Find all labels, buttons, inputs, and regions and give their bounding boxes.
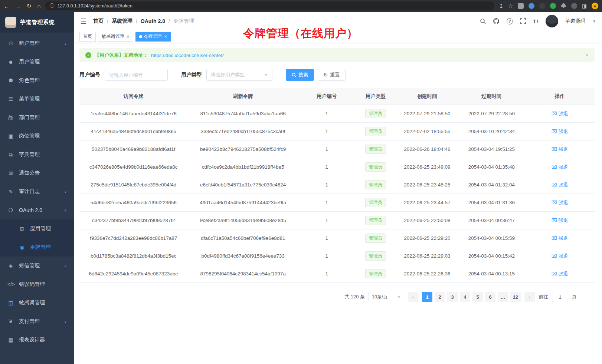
reset-button[interactable]: ↻ 重置 bbox=[318, 69, 346, 81]
force-logout-button[interactable]: ⌧强退 bbox=[552, 217, 568, 224]
force-logout-button[interactable]: ⌧强退 bbox=[552, 128, 568, 135]
tab-close-icon[interactable]: × bbox=[127, 34, 130, 39]
breadcrumb-item[interactable]: 首页 bbox=[93, 18, 104, 24]
page-size-select[interactable]: 10条/页 ▼ bbox=[369, 292, 404, 302]
page-button-3[interactable]: 3 bbox=[447, 292, 458, 302]
sidebar-item-label: 部门管理 bbox=[19, 114, 40, 121]
page-button-1[interactable]: 1 bbox=[422, 292, 432, 302]
browser-forward-button[interactable]: → bbox=[15, 3, 21, 9]
breadcrumb-item[interactable]: OAuth 2.0 bbox=[141, 18, 165, 24]
expire-time-cell: 2054-03-04 01:31:36 bbox=[458, 194, 525, 212]
help-icon[interactable]: ? bbox=[507, 18, 513, 24]
sidebar-item-role[interactable]: ⚉角色管理 bbox=[0, 71, 74, 90]
page-button-2[interactable]: 2 bbox=[435, 292, 445, 302]
sidebar-item-tenant[interactable]: ⚇租户管理∨ bbox=[0, 34, 74, 53]
pager-ellipsis[interactable]: … bbox=[498, 292, 508, 302]
user-type-badge: 管理员 bbox=[365, 251, 386, 261]
github-icon[interactable] bbox=[493, 18, 500, 24]
tab-sensitive-words[interactable]: 敏感词管理× bbox=[98, 32, 133, 42]
tab-home[interactable]: 首页 bbox=[79, 32, 96, 42]
sidebar-item-menu[interactable]: ☰菜单管理 bbox=[0, 90, 74, 108]
prev-page-button[interactable]: ‹ bbox=[408, 292, 418, 302]
sidebar-item-audit-log[interactable]: ✎审计日志∨ bbox=[0, 182, 74, 201]
chevron-down-icon[interactable]: ▼ bbox=[592, 19, 596, 23]
force-logout-button[interactable]: ⌧强退 bbox=[552, 271, 568, 277]
user-avatar[interactable] bbox=[546, 15, 558, 27]
refresh-token-cell: cdfc4ce9c2da4bb1bdf21b9918ff4be5 bbox=[187, 158, 298, 176]
goto-page-input[interactable] bbox=[552, 292, 568, 302]
browser-refresh-button[interactable]: ↻ bbox=[27, 3, 32, 9]
user-id-cell: 1 bbox=[298, 265, 355, 283]
user-type-badge: 管理员 bbox=[365, 198, 386, 207]
sidebar-item-error-code[interactable]: </>错误码管理 bbox=[0, 275, 74, 294]
force-logout-button[interactable]: ⌧强退 bbox=[552, 235, 568, 242]
user-name[interactable]: 芋道源码 bbox=[565, 18, 585, 24]
extension-icon-2[interactable] bbox=[529, 3, 534, 9]
hamburger-menu-icon[interactable]: ☰ bbox=[80, 17, 86, 26]
sidebar-item-report-designer[interactable]: ▦报表设计器 bbox=[0, 331, 74, 349]
extension-icon-5[interactable] bbox=[571, 3, 577, 9]
page-button-5[interactable]: 5 bbox=[472, 292, 483, 302]
sidebar-item-dict[interactable]: ⧉字典管理 bbox=[0, 145, 74, 164]
alert-close-icon[interactable]: × bbox=[585, 52, 589, 59]
delete-icon: ⌧ bbox=[552, 271, 557, 277]
page-size-value: 10条/页 bbox=[372, 294, 387, 300]
browser-address-bar[interactable]: ⓘ 127.0.0.1:1024/system/oauth2/token bbox=[45, 1, 495, 10]
browser-home-button[interactable]: ⌂ bbox=[37, 3, 41, 9]
search-button[interactable]: 搜索 bbox=[286, 69, 314, 81]
force-logout-label: 强退 bbox=[559, 128, 568, 135]
force-logout-button[interactable]: ⌧强退 bbox=[552, 146, 568, 153]
force-logout-button[interactable]: ⌧强退 bbox=[552, 164, 568, 171]
browser-profile-avatar[interactable]: ☻ bbox=[592, 3, 598, 9]
user-id-input[interactable] bbox=[105, 69, 168, 81]
search-button-label: 搜索 bbox=[298, 72, 308, 78]
tab-close-icon[interactable]: × bbox=[164, 34, 167, 39]
sidebar-item-oauth2[interactable]: ❍OAuth 2.0∧ bbox=[0, 201, 74, 219]
page-button-12[interactable]: 12 bbox=[510, 292, 521, 302]
sidebar-item-payment[interactable]: ¥支付管理∨ bbox=[0, 312, 74, 331]
action-cell: ⌧强退 bbox=[525, 123, 595, 140]
user-id-cell: 1 bbox=[298, 212, 355, 229]
create-time-cell: 2022-06-25 22:26:36 bbox=[396, 265, 458, 283]
sidebar-item-token-manage[interactable]: ◉令牌管理 bbox=[0, 238, 74, 257]
browser-back-button[interactable]: ← bbox=[4, 3, 9, 9]
force-logout-label: 强退 bbox=[559, 271, 568, 277]
create-time-cell: 2022-06-25 23:49:09 bbox=[396, 158, 458, 176]
page-button-4[interactable]: 4 bbox=[460, 292, 470, 302]
column-header: 用户编号 bbox=[298, 88, 355, 105]
force-logout-button[interactable]: ⌧强退 bbox=[552, 110, 568, 117]
force-logout-button[interactable]: ⌧强退 bbox=[552, 253, 568, 259]
bookmark-star-icon[interactable]: ☆ bbox=[508, 3, 513, 9]
site-info-icon[interactable]: ⓘ bbox=[50, 3, 55, 9]
extension-icon-1[interactable] bbox=[518, 3, 524, 9]
search-icon[interactable] bbox=[480, 18, 486, 24]
page-content: ✓ 【用户体系】文档地址： https://doc.iocoder.cn/use… bbox=[74, 43, 602, 364]
sidebar-item-sms[interactable]: ◈短信管理∨ bbox=[0, 257, 74, 275]
force-logout-button[interactable]: ⌧强退 bbox=[552, 199, 568, 206]
force-logout-button[interactable]: ⌧强退 bbox=[552, 182, 568, 188]
extensions-puzzle-icon[interactable] bbox=[561, 3, 566, 9]
tab-token-manage[interactable]: 令牌管理× bbox=[135, 32, 171, 42]
user-type-select[interactable]: 请选择用户类型 ▼ bbox=[206, 69, 272, 81]
breadcrumb-item: 令牌管理 bbox=[173, 18, 194, 24]
page-button-6[interactable]: 6 bbox=[485, 292, 495, 302]
sidebar-item-notice[interactable]: ✉通知公告 bbox=[0, 164, 74, 182]
action-cell: ⌧强退 bbox=[525, 176, 595, 194]
sidebar-item-label: 岗位管理 bbox=[19, 133, 40, 139]
breadcrumb-item[interactable]: 系统管理 bbox=[112, 18, 132, 24]
font-size-icon[interactable]: TT bbox=[533, 18, 539, 24]
extension-icon-3[interactable] bbox=[539, 3, 545, 9]
sidebar-item-post[interactable]: ▣岗位管理 bbox=[0, 127, 74, 145]
next-page-button[interactable]: › bbox=[524, 292, 535, 302]
fullscreen-icon[interactable] bbox=[520, 18, 526, 24]
sidebar-item-label: 用户管理 bbox=[19, 59, 40, 65]
alert-doc-link[interactable]: https://doc.iocoder.cn/user-center/ bbox=[151, 53, 224, 58]
sidebar-item-app-manage[interactable]: ⊞应用管理 bbox=[0, 219, 74, 238]
sidebar-item-dept[interactable]: 品部门管理 bbox=[0, 108, 74, 127]
sidebar-item-sensitive-words[interactable]: ◫敏感词管理 bbox=[0, 294, 74, 312]
sidebar-item-user[interactable]: ☻用户管理 bbox=[0, 53, 74, 71]
side-panel-icon[interactable]: ◨ bbox=[582, 3, 587, 9]
extension-icon-4[interactable] bbox=[550, 3, 556, 9]
share-icon[interactable]: ↥ bbox=[499, 3, 503, 9]
column-header: 访问令牌 bbox=[79, 88, 187, 105]
